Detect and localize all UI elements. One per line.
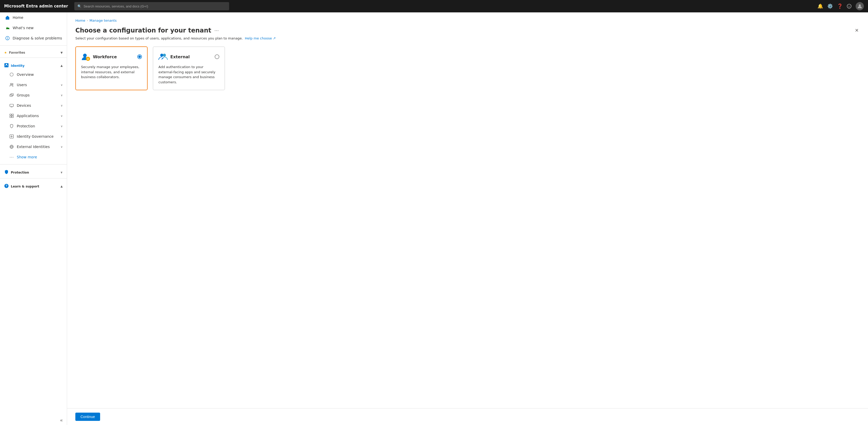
svg-rect-16 <box>12 116 13 118</box>
sidebar-item-identity-governance-label: Identity Governance <box>17 134 58 138</box>
users-chevron-icon: ∨ <box>61 83 63 87</box>
sidebar-item-show-more[interactable]: ··· Show more <box>0 152 67 162</box>
page-more-icon[interactable]: ··· <box>214 28 219 33</box>
devices-icon <box>9 103 14 108</box>
favorites-label: Favorites <box>9 51 61 55</box>
settings-icon[interactable]: ⚙️ <box>827 3 833 9</box>
page-title: Choose a configuration for your tenant <box>75 27 211 34</box>
svg-point-3 <box>859 4 861 6</box>
identity-governance-icon <box>9 134 14 139</box>
help-me-choose-link[interactable]: Help me choose ↗ <box>245 36 276 40</box>
identity-governance-chevron-icon: ∨ <box>61 135 63 138</box>
close-button[interactable]: ✕ <box>854 27 860 34</box>
external-card[interactable]: External Add authentication to your exte… <box>153 46 225 90</box>
help-icon[interactable]: ❓ <box>837 3 843 9</box>
protection-chevron-icon: ∨ <box>61 125 63 128</box>
breadcrumb: Home › Manage tenants <box>75 19 860 23</box>
sidebar-section-learn-support-label: Learn & support <box>11 185 61 188</box>
svg-point-21 <box>83 54 87 57</box>
sidebar-divider-4 <box>0 178 67 178</box>
learn-support-icon <box>4 184 9 189</box>
external-identities-chevron-icon: ∨ <box>61 145 63 149</box>
svg-rect-10 <box>10 94 12 96</box>
svg-point-1 <box>848 6 849 6</box>
sidebar-section-identity[interactable]: Identity ▲ <box>0 60 67 69</box>
notification-icon[interactable]: 🔔 <box>817 3 823 9</box>
sidebar-item-applications[interactable]: Applications ∨ <box>0 111 67 121</box>
sidebar-section-learn-support[interactable]: Learn & support ▲ <box>0 181 67 190</box>
sidebar-item-devices[interactable]: Devices ∨ <box>0 100 67 111</box>
breadcrumb-home-link[interactable]: Home <box>75 19 85 23</box>
feedback-icon[interactable] <box>847 4 851 8</box>
breadcrumb-manage-tenants-link[interactable]: Manage tenants <box>90 19 117 23</box>
svg-point-2 <box>850 6 850 6</box>
sidebar-item-home[interactable]: Home <box>0 12 67 23</box>
search-icon: 🔍 <box>78 4 82 8</box>
sidebar-item-overview-label: Overview <box>17 72 63 76</box>
sidebar-item-groups[interactable]: Groups ∨ <box>0 90 67 100</box>
svg-point-20 <box>6 187 7 187</box>
external-card-header: External <box>158 52 219 61</box>
groups-chevron-icon: ∨ <box>61 94 63 97</box>
app-title: Microsoft Entra admin center <box>4 4 68 8</box>
content-inner: Home › Manage tenants Choose a configura… <box>67 12 868 408</box>
sidebar-divider-1 <box>0 45 67 46</box>
home-icon <box>5 15 10 20</box>
sidebar-collapse-button[interactable]: « <box>0 416 67 425</box>
workforce-radio[interactable] <box>137 55 142 59</box>
favorites-icon: ★ <box>4 51 7 55</box>
svg-rect-15 <box>10 116 11 118</box>
config-cards: ★ Workforce Securely manage your employe… <box>75 46 860 90</box>
svg-point-0 <box>847 4 851 8</box>
sidebar-item-overview[interactable]: Overview <box>0 69 67 80</box>
svg-text:★: ★ <box>87 58 89 60</box>
overview-icon <box>9 72 14 77</box>
sidebar-item-diagnose[interactable]: Diagnose & solve problems <box>0 33 67 43</box>
sidebar-item-protection-label: Protection <box>17 124 58 128</box>
workforce-card[interactable]: ★ Workforce Securely manage your employe… <box>75 46 148 90</box>
sidebar-section-protection-label: Protection <box>11 171 60 174</box>
users-icon <box>9 82 14 88</box>
topbar-icons: 🔔 ⚙️ ❓ <box>817 2 864 10</box>
workforce-card-header: ★ Workforce <box>81 52 142 61</box>
page-header: Choose a configuration for your tenant ·… <box>75 27 860 34</box>
sidebar-item-whatsnew[interactable]: What's new <box>0 23 67 33</box>
svg-rect-11 <box>11 94 13 96</box>
svg-rect-12 <box>10 104 13 106</box>
external-title-row: External <box>158 52 190 61</box>
external-identities-icon <box>9 144 14 149</box>
favorites-chevron-icon: ▼ <box>61 51 63 55</box>
external-icon <box>158 52 168 61</box>
learn-support-chevron-icon: ▲ <box>61 185 63 188</box>
sidebar-item-show-more-label: Show more <box>17 155 63 159</box>
svg-point-7 <box>10 73 13 76</box>
protection2-chevron-icon: ∨ <box>60 171 63 174</box>
external-card-title: External <box>170 55 190 59</box>
avatar[interactable] <box>856 2 864 10</box>
workforce-title-row: ★ Workforce <box>81 52 117 61</box>
sidebar-item-external-identities[interactable]: External Identities ∨ <box>0 141 67 152</box>
sidebar: Home What's new Diagnose & solve problem… <box>0 12 67 425</box>
external-card-body: Add authentication to your external-faci… <box>158 64 219 85</box>
workforce-card-title: Workforce <box>93 55 117 59</box>
applications-chevron-icon: ∨ <box>61 114 63 118</box>
sidebar-item-users[interactable]: Users ∨ <box>0 80 67 90</box>
sidebar-item-groups-label: Groups <box>17 93 58 97</box>
sidebar-item-applications-label: Applications <box>17 114 58 118</box>
sidebar-item-users-label: Users <box>17 83 58 87</box>
sidebar-item-identity-governance[interactable]: Identity Governance ∨ <box>0 131 67 141</box>
sidebar-item-protection[interactable]: Protection ∨ <box>0 121 67 131</box>
external-radio[interactable] <box>215 55 219 59</box>
search-input[interactable] <box>84 4 226 8</box>
sidebar-section-favorites[interactable]: ★ Favorites ▼ <box>0 48 67 56</box>
svg-rect-14 <box>12 114 13 116</box>
identity-section-icon <box>4 63 9 68</box>
search-bar[interactable]: 🔍 <box>74 2 229 10</box>
applications-icon <box>9 113 14 118</box>
protection-icon <box>9 124 14 129</box>
sidebar-section-protection[interactable]: Protection ∨ <box>0 167 67 176</box>
sidebar-item-whatsnew-label: What's new <box>13 26 63 30</box>
continue-button[interactable]: Continue <box>75 413 100 421</box>
svg-rect-13 <box>10 114 11 116</box>
main-layout: Home What's new Diagnose & solve problem… <box>0 12 868 425</box>
